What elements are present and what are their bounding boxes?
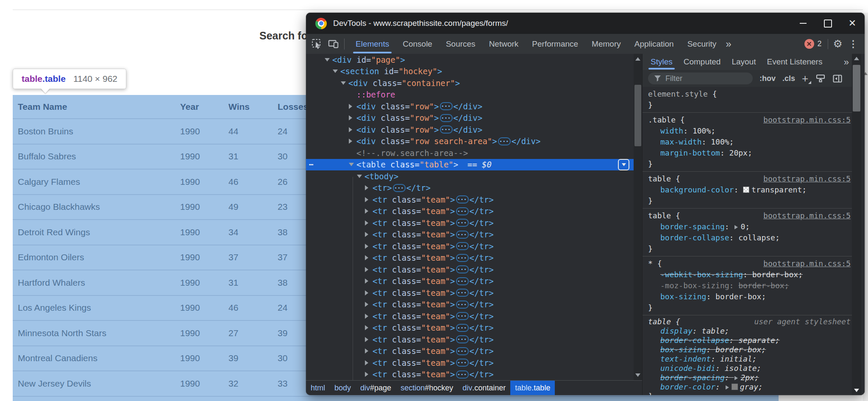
expanded-arrow-icon[interactable] (341, 81, 346, 85)
breadcrumb-item[interactable]: html (306, 381, 330, 395)
expand-ellipsis-icon[interactable]: ••• (456, 242, 469, 250)
expand-ellipsis-icon[interactable]: ••• (456, 301, 469, 309)
expand-ellipsis-icon[interactable]: ••• (393, 184, 406, 192)
styles-scrollbar[interactable] (852, 54, 861, 395)
expand-ellipsis-icon[interactable]: ••• (456, 359, 469, 367)
stylesheet-link[interactable]: bootstrap.min.css:5 (763, 114, 851, 125)
expanded-arrow-icon[interactable] (325, 58, 330, 61)
tree-node[interactable]: <tr class="team">•••</tr> (306, 206, 634, 217)
rule-selector-line[interactable]: table {user agent stylesheet (643, 317, 856, 326)
tab-sources[interactable]: Sources (439, 34, 482, 54)
tab-memory[interactable]: Memory (585, 34, 628, 54)
css-declaration[interactable]: border-color: gray; (643, 382, 856, 392)
stylesheet-link[interactable]: bootstrap.min.css:5 (763, 258, 851, 269)
stylesheet-link[interactable]: bootstrap.min.css:5 (763, 173, 851, 184)
breadcrumb-item[interactable]: div.container (458, 381, 510, 395)
collapsed-arrow-icon[interactable] (365, 185, 368, 190)
css-declaration[interactable]: -webkit-box-sizing: border-box; (643, 269, 856, 280)
expand-ellipsis-icon[interactable]: ••• (456, 231, 469, 239)
collapsed-arrow-icon[interactable] (349, 104, 352, 109)
tree-node[interactable]: <tr class="team">•••</tr> (306, 240, 634, 252)
stylesheet-link[interactable]: bootstrap.min.css:5 (763, 210, 851, 221)
new-style-rule-button[interactable]: + (802, 74, 808, 83)
collapsed-arrow-icon[interactable] (365, 302, 368, 307)
scrollbar-down-icon[interactable] (635, 373, 640, 377)
expand-ellipsis-icon[interactable]: ••• (456, 335, 469, 343)
tab-console[interactable]: Console (396, 34, 439, 54)
toggle-classes-button[interactable]: .cls (782, 74, 795, 83)
tree-node[interactable]: <tr class="team">•••</tr> (306, 252, 634, 264)
collapsed-arrow-icon[interactable] (365, 255, 368, 260)
elements-scrollbar[interactable] (634, 54, 642, 380)
tree-node[interactable]: <tr>•••</tr> (306, 182, 634, 194)
collapsed-arrow-icon[interactable] (365, 360, 368, 365)
tree-node[interactable]: <tr class="team">•••</tr> (306, 264, 634, 276)
expanded-arrow-icon[interactable] (349, 163, 354, 166)
collapsed-arrow-icon[interactable] (349, 115, 352, 120)
sidebar-more-tabs-button[interactable]: » (844, 57, 848, 68)
tab-security[interactable]: Security (681, 34, 723, 54)
collapsed-arrow-icon[interactable] (365, 372, 368, 377)
sidebar-tab-styles[interactable]: Styles (645, 54, 678, 70)
css-declaration[interactable]: border-collapse: collapse; (643, 232, 856, 243)
expand-value-icon[interactable] (734, 376, 738, 380)
collapsed-arrow-icon[interactable] (365, 267, 368, 272)
tree-node[interactable]: <tr class="team">•••</tr> (306, 322, 634, 334)
breadcrumb-item[interactable]: div#page (356, 381, 396, 395)
tab-elements[interactable]: Elements (349, 34, 396, 54)
sidebar-tab-layout[interactable]: Layout (726, 54, 761, 70)
tree-node[interactable]: <div class="container"> (306, 77, 634, 89)
toggle-sidebar-pane-button[interactable] (833, 75, 842, 83)
css-declaration[interactable]: -moz-box-sizing: border-box; (643, 280, 856, 291)
styles-filter-input[interactable] (665, 74, 743, 84)
expand-value-icon[interactable] (726, 385, 729, 390)
close-button[interactable]: ✕ (840, 13, 865, 34)
tree-node[interactable]: <table class="table"> == $0⋯ (306, 159, 634, 171)
tree-pseudo-element[interactable]: ::before (306, 89, 634, 101)
expand-ellipsis-icon[interactable]: ••• (456, 370, 469, 379)
expand-ellipsis-icon[interactable]: ••• (456, 195, 469, 203)
collapsed-arrow-icon[interactable] (365, 278, 368, 284)
sidebar-tab-event-listeners[interactable]: Event Listeners (761, 54, 828, 70)
expand-ellipsis-icon[interactable]: ••• (456, 312, 469, 320)
tree-node[interactable]: <tr class="team">•••</tr> (306, 287, 634, 299)
collapsed-arrow-icon[interactable] (365, 290, 368, 295)
expand-ellipsis-icon[interactable]: ••• (456, 207, 469, 215)
css-declaration[interactable]: border-spacing: 2px; (643, 373, 856, 382)
tree-node[interactable]: <div class="row">•••</div> (306, 112, 634, 124)
rule-selector-line[interactable]: .table {bootstrap.min.css:5 (643, 114, 856, 125)
more-options-kebab-icon[interactable]: ⋮ (849, 39, 858, 50)
tree-node[interactable]: <tr class="team">•••</tr> (306, 276, 634, 287)
expand-ellipsis-icon[interactable]: ••• (456, 219, 469, 227)
collapsed-arrow-icon[interactable] (349, 139, 352, 144)
tree-node[interactable]: <section id="hockey"> (306, 66, 634, 78)
rendering-emulation-button[interactable] (816, 74, 825, 83)
styles-scrollbar-down-icon[interactable] (854, 389, 859, 392)
rule-selector-line[interactable]: table {bootstrap.min.css:5 (643, 173, 856, 184)
devtools-titlebar[interactable]: DevTools - www.scrapethissite.com/pages/… (306, 13, 865, 34)
collapsed-arrow-icon[interactable] (365, 337, 368, 342)
expand-ellipsis-icon[interactable]: ••• (498, 137, 511, 145)
collapsed-arrow-icon[interactable] (365, 220, 368, 226)
expand-ellipsis-icon[interactable]: ••• (456, 324, 469, 332)
expand-ellipsis-icon[interactable]: ••• (440, 114, 453, 122)
rule-selector-line[interactable]: element.style { (643, 89, 856, 100)
tree-node[interactable]: <div class="row">•••</div> (306, 124, 634, 136)
collapsed-arrow-icon[interactable] (365, 197, 368, 202)
scrollbar-up-icon[interactable] (635, 57, 640, 61)
maximize-button[interactable] (815, 13, 840, 34)
minimize-button[interactable] (791, 13, 815, 34)
tree-node[interactable]: <div class="row search-area">•••</div> (306, 136, 634, 148)
scroll-into-view-icon[interactable] (618, 159, 629, 170)
css-declaration[interactable]: width: 100%; (643, 125, 856, 136)
tree-node[interactable]: <tr class="team">•••</tr> (306, 369, 634, 381)
expand-ellipsis-icon[interactable]: ••• (456, 254, 469, 262)
tree-node[interactable]: <tr class="team">•••</tr> (306, 310, 634, 322)
inspect-element-button[interactable] (312, 39, 323, 50)
css-declaration[interactable]: background-color: transparent; (643, 184, 856, 195)
rule-selector-line[interactable]: * {bootstrap.min.css:5 (643, 258, 856, 269)
css-declaration[interactable]: border-collapse: separate; (643, 336, 856, 345)
tree-node[interactable]: <div id="page"> (306, 54, 634, 66)
css-declaration[interactable]: margin-bottom: 20px; (643, 148, 856, 159)
styles-scrollbar-thumb[interactable] (853, 65, 860, 111)
